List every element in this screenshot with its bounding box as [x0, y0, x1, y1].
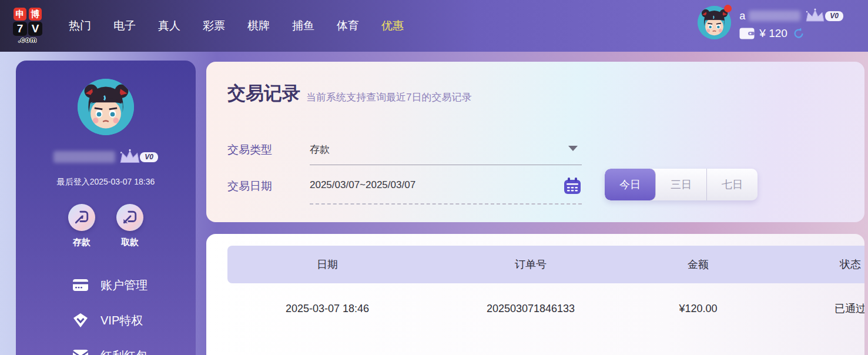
deposit-label: 存款 [73, 237, 91, 248]
sidebar-item-label: 账户管理 [100, 277, 148, 293]
sidebar-item-vip[interactable]: VIP特权 [16, 303, 196, 338]
wallet-icon [739, 28, 755, 39]
refresh-icon[interactable] [792, 27, 805, 40]
sidebar-menu: 账户管理 VIP特权 红利红包 [16, 267, 196, 355]
logo-tile: 博 [29, 8, 42, 21]
cell-date: 2025-03-07 18:46 [227, 303, 427, 315]
table-row: 2025-03-07 18:46 202503071846133 ¥120.00… [227, 283, 864, 334]
username-blurred [53, 151, 115, 163]
nav-item-fishing[interactable]: 捕鱼 [281, 0, 326, 52]
divider [310, 165, 582, 165]
nav-item-lottery[interactable]: 彩票 [192, 0, 236, 52]
transaction-type-select[interactable]: 存款 [310, 143, 581, 156]
sidebar-avatar [78, 79, 134, 135]
range-button-7days[interactable]: 七日 [707, 169, 758, 200]
deposit-icon [74, 210, 89, 225]
account-sidebar: V0 最后登入2025-03-07 18:36 存款 取款 [16, 61, 196, 355]
sidebar-item-label: 红利红包 [100, 348, 148, 355]
calendar-icon[interactable] [562, 176, 582, 198]
transaction-date-label: 交易日期 [227, 179, 272, 194]
vip-crown-icon [804, 8, 826, 24]
balance-amount: ¥ 120 [759, 27, 787, 40]
top-navbar: 申 博 7 V .com 热门 电子 真人 彩票 棋牌 捕鱼 体育 优惠 [0, 0, 868, 52]
nav-item-sports[interactable]: 体育 [326, 0, 370, 52]
transaction-table: 日期 订单号 金额 状态 2025-03-07 18:46 2025030718… [227, 246, 864, 334]
chevron-down-icon[interactable] [568, 146, 578, 151]
notification-dot [724, 5, 732, 12]
cell-amount: ¥120.00 [634, 303, 762, 315]
transaction-type-label: 交易类型 [227, 142, 272, 158]
deposit-button[interactable]: 存款 [68, 204, 95, 248]
range-button-today[interactable]: 今日 [605, 169, 656, 200]
topbar-avatar[interactable] [698, 6, 731, 39]
page-subtitle: 当前系统支持查询最近7日的交易记录 [306, 91, 471, 106]
nav-item-hot[interactable]: 热门 [58, 0, 102, 52]
logo-suffix: .com [18, 36, 37, 44]
username-visible: a [739, 10, 745, 22]
avatar-image [78, 79, 134, 135]
range-button-3days[interactable]: 三日 [656, 169, 707, 200]
withdraw-label: 取款 [121, 237, 139, 248]
red-envelope-icon [72, 349, 89, 355]
sidebar-item-label: VIP特权 [100, 313, 143, 329]
cell-order-number: 202503071846133 [427, 303, 634, 315]
logo-tile: 7 [13, 22, 27, 36]
divider-dashed [310, 203, 582, 205]
nav-item-live[interactable]: 真人 [147, 0, 192, 52]
last-login-text: 最后登入2025-03-07 18:36 [16, 177, 196, 187]
withdraw-button[interactable]: 取款 [116, 204, 143, 248]
nav-item-slots[interactable]: 电子 [102, 0, 147, 52]
table-header-row: 日期 订单号 金额 状态 [227, 246, 864, 283]
site-logo[interactable]: 申 博 7 V .com [13, 8, 42, 44]
vip-level-badge: V0 [825, 11, 843, 21]
cell-status: 已通过 [762, 302, 864, 316]
date-range-button-group: 今日 三日 七日 [605, 169, 758, 200]
main-nav: 热门 电子 真人 彩票 棋牌 捕鱼 体育 优惠 [58, 0, 415, 52]
sidebar-item-bonus[interactable]: 红利红包 [16, 338, 196, 355]
username-blurred [749, 11, 800, 21]
vip-crown-icon [118, 149, 142, 165]
col-header-date: 日期 [227, 257, 427, 272]
transaction-date-input[interactable]: 2025/03/07~2025/03/07 [310, 179, 545, 191]
user-cluster: a V0 ¥ 120 [698, 6, 843, 40]
col-header-order: 订单号 [427, 257, 634, 272]
page-title: 交易记录 [227, 81, 300, 106]
bank-card-icon [72, 278, 89, 292]
transaction-table-panel: 日期 订单号 金额 状态 2025-03-07 18:46 2025030718… [206, 234, 864, 355]
vip-gem-icon [72, 313, 89, 328]
transaction-filter-panel: 交易记录 当前系统支持查询最近7日的交易记录 交易类型 存款 交易日期 2025… [206, 62, 864, 222]
sidebar-item-account[interactable]: 账户管理 [16, 267, 196, 303]
nav-item-chess[interactable]: 棋牌 [236, 0, 281, 52]
vip-level-badge: V0 [140, 152, 158, 162]
col-header-amount: 金额 [634, 257, 762, 272]
withdraw-icon [122, 210, 138, 225]
col-header-status: 状态 [762, 257, 864, 272]
logo-tile: V [28, 22, 42, 36]
logo-tile: 申 [14, 8, 26, 21]
nav-item-promo[interactable]: 优惠 [370, 0, 415, 52]
